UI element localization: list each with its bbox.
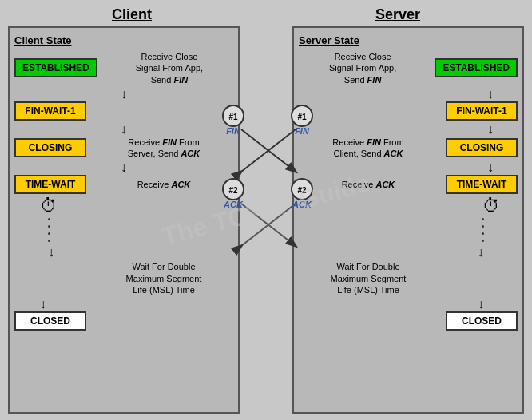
- server-title: Server: [375, 6, 420, 23]
- server-closing: CLOSING: [446, 138, 518, 157]
- main-container: Client Server The TCP/IP Guide Client St…: [0, 0, 532, 420]
- client-arrow-3: ↓: [14, 160, 233, 175]
- server-closed: CLOSED: [446, 311, 518, 331]
- content-area: Client State ESTABLISHED Receive CloseSi…: [0, 26, 532, 420]
- client-arrow-1: ↓: [14, 87, 233, 101]
- client-panel: Client State ESTABLISHED Receive CloseSi…: [8, 26, 240, 414]
- client-desc-1: Receive CloseSignal From App,Send FIN: [97, 51, 233, 85]
- server-finwait1: FIN-WAIT-1: [446, 101, 518, 121]
- server-dashed-arrow: ↓: [299, 218, 518, 260]
- server-arrow-4: ↓: [299, 297, 518, 311]
- server-arrow-2: ↓: [299, 122, 518, 137]
- client-closing: CLOSING: [14, 138, 86, 157]
- title-row: Client Server: [0, 0, 532, 26]
- client-established: ESTABLISHED: [14, 58, 97, 77]
- client-timewait: TIME-WAIT: [14, 175, 86, 194]
- client-title: Client: [112, 6, 152, 23]
- server-timewait: TIME-WAIT: [446, 175, 518, 194]
- client-timer: ⏱: [40, 196, 233, 216]
- server-panel: Server State Receive CloseSignal From Ap…: [292, 26, 524, 414]
- server-timer: ⏱: [299, 196, 518, 216]
- client-dashed-arrow: ↓: [14, 218, 233, 260]
- client-desc-3: Receive ACK: [86, 179, 233, 190]
- client-desc-2: Receive FIN FromServer, Send ACK: [86, 137, 233, 160]
- client-arrow-4: ↓: [14, 297, 233, 311]
- client-state-label: Client State: [14, 34, 233, 46]
- client-arrow-2: ↓: [14, 122, 233, 137]
- server-desc-2: Receive FIN FromClient, Send ACK: [299, 137, 446, 160]
- server-arrow-3: ↓: [299, 160, 518, 175]
- server-desc-4: Wait For DoubleMaximum SegmentLife (MSL)…: [299, 261, 446, 295]
- server-desc-1: Receive CloseSignal From App,Send FIN: [299, 51, 435, 85]
- client-finwait1: FIN-WAIT-1: [14, 101, 86, 121]
- client-closed: CLOSED: [14, 311, 86, 331]
- server-state-label: Server State: [299, 34, 518, 46]
- client-desc-4: Wait For DoubleMaximum SegmentLife (MSL)…: [86, 261, 233, 295]
- server-desc-3: Receive ACK: [299, 179, 446, 190]
- server-arrow-1: ↓: [299, 87, 518, 101]
- server-established: ESTABLISHED: [435, 58, 518, 77]
